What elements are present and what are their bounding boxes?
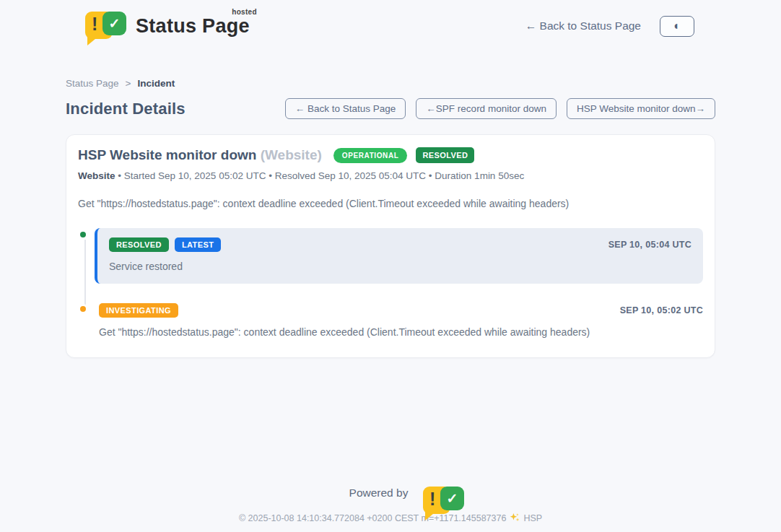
theme-toggle-button[interactable]: ◐: [660, 16, 694, 37]
back-to-status-page-link[interactable]: ← Back to Status Page: [525, 19, 641, 32]
header-actions: ← Back to Status Page ◐: [525, 16, 694, 37]
brand-logo[interactable]: ! ✓ Status Page hosted: [85, 12, 253, 40]
header: ! ✓ Status Page hosted ← Back to Status …: [0, 0, 781, 45]
incident-component: (Website): [261, 147, 322, 162]
meta-separator: •: [429, 170, 432, 181]
timeline-timestamp: SEP 10, 05:02 UTC: [620, 305, 703, 315]
resolved-badge: RESOLVED: [109, 237, 169, 252]
incident-card-header: HSP Website monitor down (Website) OPERA…: [78, 147, 703, 163]
incident-card: HSP Website monitor down (Website) OPERA…: [66, 134, 715, 358]
latest-badge: LATEST: [175, 237, 221, 252]
incident-nav-buttons: ← Back to Status Page ←SPF record monito…: [285, 98, 715, 119]
copyright-brand: HSP: [523, 513, 542, 523]
copyright-text: © 2025-10-08 14:10:34.772084 +0200 CEST …: [239, 513, 507, 523]
breadcrumb-separator: >: [126, 78, 131, 89]
prev-incident-button[interactable]: ←SPF record monitor down: [416, 98, 557, 119]
half-circle-icon: ◐: [673, 20, 681, 32]
timeline-entry-header: RESOLVED LATEST SEP 10, 05:04 UTC: [109, 237, 691, 252]
status-page-logo-icon: ! ✓: [85, 12, 126, 40]
title-row: Incident Details ← Back to Status Page ←…: [66, 98, 715, 119]
main-content: Status Page > Incident Incident Details …: [66, 78, 715, 358]
breadcrumb: Status Page > Incident: [66, 78, 715, 89]
brand-superscript: hosted: [232, 8, 257, 16]
timeline-message: Service restored: [109, 261, 691, 272]
incident-description: Get "https://hostedstatus.page": context…: [78, 198, 703, 209]
incident-timeline: RESOLVED LATEST SEP 10, 05:04 UTC Servic…: [78, 228, 703, 338]
next-incident-button[interactable]: HSP Website monitor down→: [567, 98, 715, 119]
timeline-item: RESOLVED LATEST SEP 10, 05:04 UTC Servic…: [78, 228, 703, 284]
meta-resolved: Resolved Sep 10, 2025 05:04 UTC: [275, 170, 426, 181]
brand-name-text: Status Page: [136, 15, 250, 37]
brand-name: Status Page hosted: [136, 15, 253, 38]
incident-meta: Website • Started Sep 10, 2025 05:02 UTC…: [78, 170, 703, 181]
breadcrumb-incident: Incident: [137, 78, 175, 89]
resolved-status-badge: RESOLVED: [416, 147, 474, 163]
incident-title-text: HSP Website monitor down: [78, 147, 256, 162]
timeline-badges: INVESTIGATING: [99, 303, 178, 318]
meta-started: Started Sep 10, 2025 05:02 UTC: [124, 170, 266, 181]
breadcrumb-status-page[interactable]: Status Page: [66, 78, 119, 89]
investigating-badge: INVESTIGATING: [99, 303, 178, 318]
timeline-message: Get "https://hostedstatus.page": context…: [99, 326, 703, 338]
timeline-timestamp: SEP 10, 05:04 UTC: [608, 240, 691, 250]
timeline-dot-resolved: [78, 230, 88, 240]
incident-title: HSP Website monitor down (Website): [78, 147, 322, 163]
status-page-mini-logo-icon[interactable]: ! ✓: [414, 487, 432, 502]
meta-separator: •: [269, 170, 272, 181]
sparkles-icon: [510, 513, 520, 525]
timeline-entry-resolved: RESOLVED LATEST SEP 10, 05:04 UTC Servic…: [95, 228, 703, 284]
meta-separator: •: [118, 170, 121, 181]
meta-component: Website: [78, 170, 115, 181]
timeline-entry-header: INVESTIGATING SEP 10, 05:02 UTC: [99, 303, 703, 318]
powered-by: Powered by ! ✓: [0, 485, 781, 501]
timeline-dot-investigating: [78, 304, 88, 314]
back-to-status-page-button[interactable]: ← Back to Status Page: [285, 98, 406, 119]
meta-duration: Duration 1min 50sec: [435, 170, 524, 181]
operational-status-badge: OPERATIONAL: [333, 148, 408, 163]
copyright-line: © 2025-10-08 14:10:34.772084 +0200 CEST …: [0, 512, 781, 524]
timeline-badges: RESOLVED LATEST: [109, 237, 221, 252]
footer: Powered by ! ✓ © 2025-10-08 14:10:34.772…: [0, 485, 781, 524]
logo-bubble-tail: [87, 35, 100, 45]
exclamation-icon: !: [92, 14, 97, 35]
checkmark-icon: ✓: [102, 12, 126, 35]
timeline-entry-investigating: INVESTIGATING SEP 10, 05:02 UTC Get "htt…: [95, 302, 703, 338]
page-title: Incident Details: [66, 100, 186, 118]
powered-by-text: Powered by: [349, 487, 409, 500]
timeline-item: INVESTIGATING SEP 10, 05:02 UTC Get "htt…: [78, 302, 703, 338]
